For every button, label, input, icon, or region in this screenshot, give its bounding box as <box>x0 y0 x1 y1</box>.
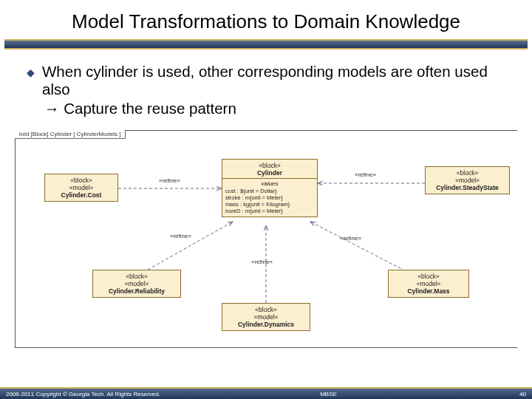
block-name: Cylinder.SteadyState <box>429 184 506 191</box>
block-name: Cylinder.Mass <box>392 287 466 295</box>
refine-label: «refine» <box>159 177 180 184</box>
value-row: cost : ${unit = Dollar} <box>225 188 314 194</box>
block-cylinder-steadystate: «block» «model» Cylinder.SteadyState <box>425 166 510 195</box>
stereotype: «model» <box>48 184 115 191</box>
block-name: Cylinder.Dynamics <box>225 321 307 328</box>
slide-title: Model Transformations to Domain Knowledg… <box>0 0 532 39</box>
bullet-text: When cylinder is used, other correspondi… <box>42 63 505 98</box>
bullet-row: ◆ When cylinder is used, other correspon… <box>27 63 505 98</box>
refine-label: «refine» <box>340 235 361 242</box>
value-row: boreD : m{unit = Meter} <box>225 208 314 214</box>
block-name: Cylinder.Reliability <box>96 287 177 295</box>
stereotype: «block» <box>48 177 115 184</box>
stereotype: «model» <box>429 177 506 184</box>
stereotype: «block» <box>392 273 466 280</box>
block-cylinder: «block» Cylinder values cost : ${unit = … <box>222 159 318 217</box>
block-name: Cylinder <box>225 169 314 177</box>
title-bar <box>4 39 528 50</box>
value-row: mass : kg{unit = Kilogram} <box>225 201 314 208</box>
stereotype: «block» <box>225 306 307 313</box>
footer-page-number: 40 <box>497 391 526 398</box>
body-text: ◆ When cylinder is used, other correspon… <box>0 50 532 118</box>
refine-label: «refine» <box>355 171 376 178</box>
block-cylinder-reliability: «block» «model» Cylinder.Reliability <box>92 270 181 299</box>
stereotype: «block» <box>96 273 177 280</box>
value-row: stroke : m{unit = Meter} <box>225 194 314 201</box>
followup-text: Capture the reuse pattern <box>64 100 236 117</box>
block-cylinder-dynamics: «block» «model» Cylinder.Dynamics <box>222 303 310 332</box>
block-name: Cylinder.Cost <box>48 191 115 199</box>
stereotype: «model» <box>392 280 466 287</box>
block-cylinder-cost: «block» «model» Cylinder.Cost <box>44 174 118 202</box>
arrow-icon: → <box>44 100 60 117</box>
refine-label: «refine» <box>170 233 191 239</box>
stereotype: «model» <box>96 280 177 287</box>
stereotype: «model» <box>225 313 307 321</box>
values-header: values <box>225 180 314 188</box>
diagram: bdd [Block] Cylinder [ CylinderModels ] … <box>15 126 517 355</box>
refine-label: «refine» <box>251 259 273 265</box>
block-cylinder-mass: «block» «model» Cylinder.Mass <box>388 270 469 299</box>
footer-center: MBSE <box>160 391 497 398</box>
stereotype: «block» <box>429 169 506 177</box>
diagram-tab: bdd [Block] Cylinder [ CylinderModels ] <box>15 130 126 139</box>
footer-bar: 2008-2011 Copyright © Georgia Tech. All … <box>0 387 532 399</box>
followup-line: → Capture the reuse pattern <box>27 100 505 117</box>
diamond-bullet-icon: ◆ <box>27 66 35 79</box>
footer-copyright: 2008-2011 Copyright © Georgia Tech. All … <box>6 391 160 398</box>
stereotype: «block» <box>225 162 314 169</box>
